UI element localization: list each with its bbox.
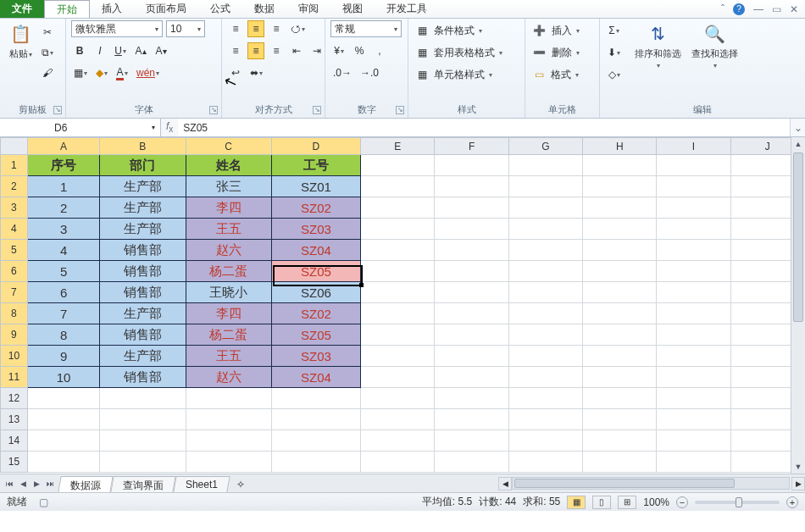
- menu-tab-1[interactable]: 插入: [90, 0, 134, 18]
- row-header[interactable]: 3: [1, 197, 28, 219]
- data-cell[interactable]: 9: [27, 346, 99, 367]
- vertical-scrollbar[interactable]: ▲ ▼: [791, 137, 805, 474]
- scroll-down-icon[interactable]: ▼: [791, 460, 805, 474]
- data-cell[interactable]: 赵六: [186, 240, 271, 261]
- row-header[interactable]: 15: [1, 452, 28, 473]
- view-normal-icon[interactable]: ▦: [567, 496, 586, 509]
- row-header[interactable]: 1: [1, 155, 28, 176]
- data-cell[interactable]: 10: [27, 367, 99, 388]
- find-select-button[interactable]: 🔍 查找和选择▾: [688, 20, 741, 71]
- grow-font-icon[interactable]: A▴: [132, 42, 149, 59]
- row-header[interactable]: 14: [1, 430, 28, 452]
- data-cell[interactable]: 3: [27, 219, 99, 240]
- bold-icon[interactable]: B: [71, 42, 88, 59]
- formula-expand-icon[interactable]: ⌄: [790, 119, 805, 136]
- help-icon[interactable]: ?: [733, 3, 745, 15]
- menu-tab-5[interactable]: 审阅: [286, 0, 330, 18]
- col-header-G[interactable]: G: [508, 138, 582, 155]
- data-cell[interactable]: SZ05: [271, 324, 360, 346]
- sheet-tab[interactable]: 查询界面: [110, 476, 175, 492]
- sort-filter-button[interactable]: ⇅ 排序和筛选▾: [631, 20, 685, 71]
- data-cell[interactable]: SZ04: [271, 367, 360, 388]
- fill-color-icon[interactable]: ◆▾: [93, 64, 110, 81]
- data-cell[interactable]: 李四: [186, 197, 271, 219]
- data-cell[interactable]: 4: [27, 240, 99, 261]
- data-cell[interactable]: 李四: [186, 303, 271, 324]
- borders-icon[interactable]: ▦▾: [71, 64, 90, 81]
- data-cell[interactable]: 生产部: [100, 176, 186, 197]
- menu-tab-0[interactable]: 开始: [44, 0, 90, 18]
- data-cell[interactable]: 生产部: [100, 197, 186, 219]
- underline-icon[interactable]: U▾: [112, 42, 129, 59]
- data-cell[interactable]: 2: [27, 197, 99, 219]
- data-cell[interactable]: 销售部: [100, 240, 186, 261]
- font-launcher[interactable]: ↘: [209, 106, 218, 114]
- row-header[interactable]: 4: [1, 219, 28, 240]
- font-name-combo[interactable]: 微软雅黑▾: [71, 20, 163, 37]
- tab-prev-icon[interactable]: ◀: [17, 478, 29, 490]
- cell-style-button[interactable]: ▦单元格样式▾: [414, 66, 519, 83]
- row-header[interactable]: 10: [1, 346, 28, 367]
- clear-icon[interactable]: ◇▾: [605, 66, 623, 83]
- number-format-combo[interactable]: 常规▾: [330, 20, 402, 37]
- align-top-icon[interactable]: ≡: [227, 20, 244, 37]
- shrink-font-icon[interactable]: A▾: [153, 42, 169, 59]
- row-header[interactable]: 6: [1, 261, 28, 282]
- zoom-slider[interactable]: [695, 501, 780, 504]
- zoom-in-icon[interactable]: +: [786, 496, 798, 508]
- select-all-corner[interactable]: [1, 138, 28, 155]
- data-cell[interactable]: 张三: [186, 176, 271, 197]
- sheet-tab[interactable]: Sheet1: [173, 476, 230, 492]
- data-cell[interactable]: 销售部: [100, 367, 186, 388]
- menu-tab-4[interactable]: 数据: [242, 0, 286, 18]
- data-cell[interactable]: 销售部: [100, 261, 186, 282]
- menu-tab-6[interactable]: 视图: [330, 0, 375, 18]
- table-header-cell[interactable]: 工号: [271, 155, 360, 176]
- horizontal-scrollbar[interactable]: [512, 477, 790, 490]
- window-restore-icon[interactable]: ▭: [772, 3, 781, 15]
- data-cell[interactable]: 8: [27, 324, 99, 346]
- merge-cells-icon[interactable]: ⬌▾: [247, 64, 265, 81]
- paste-button[interactable]: 📋 粘贴▾: [5, 20, 36, 62]
- view-page-icon[interactable]: ▯: [592, 496, 611, 509]
- hscroll-right-icon[interactable]: ▶: [791, 477, 805, 490]
- decrease-decimal-icon[interactable]: →.0: [358, 64, 381, 81]
- tab-first-icon[interactable]: ⏮: [3, 478, 15, 490]
- autosum-icon[interactable]: Σ▾: [605, 22, 623, 39]
- view-break-icon[interactable]: ⊞: [618, 496, 636, 509]
- menu-tab-7[interactable]: 开发工具: [375, 0, 439, 18]
- hscroll-left-icon[interactable]: ◀: [498, 477, 512, 490]
- data-cell[interactable]: 1: [27, 176, 99, 197]
- fx-icon[interactable]: fx: [166, 120, 173, 134]
- ribbon-minimize-icon[interactable]: ˆ: [721, 3, 724, 15]
- align-launcher[interactable]: ↘: [313, 106, 321, 114]
- cut-icon[interactable]: ✂: [39, 24, 56, 41]
- menu-tab-3[interactable]: 公式: [198, 0, 242, 18]
- row-header[interactable]: 13: [1, 409, 28, 430]
- align-bottom-icon[interactable]: ≡: [268, 20, 285, 37]
- zoom-level[interactable]: 100%: [643, 496, 669, 508]
- data-cell[interactable]: 6: [27, 282, 99, 303]
- new-sheet-icon[interactable]: ✧: [232, 476, 249, 493]
- data-cell[interactable]: 生产部: [100, 346, 186, 367]
- zoom-out-icon[interactable]: −: [676, 496, 688, 508]
- window-close-icon[interactable]: ✕: [790, 3, 798, 15]
- comma-icon[interactable]: ,: [371, 42, 388, 59]
- col-header-F[interactable]: F: [435, 138, 508, 155]
- sheet-tab[interactable]: 数据源: [58, 476, 113, 492]
- data-cell[interactable]: SZ05: [271, 261, 360, 282]
- accounting-icon[interactable]: ¥▾: [330, 42, 347, 59]
- format-cells-button[interactable]: ▭格式▾: [530, 66, 594, 83]
- tab-last-icon[interactable]: ⏭: [44, 478, 56, 490]
- row-header[interactable]: 9: [1, 324, 28, 346]
- data-cell[interactable]: 5: [27, 261, 99, 282]
- col-header-H[interactable]: H: [583, 138, 657, 155]
- font-size-combo[interactable]: 10▾: [166, 20, 205, 37]
- window-minimize-icon[interactable]: —: [753, 3, 763, 15]
- scroll-thumb[interactable]: [793, 152, 803, 322]
- insert-cells-button[interactable]: ➕插入▾: [530, 22, 594, 39]
- col-header-E[interactable]: E: [361, 138, 435, 155]
- scroll-up-icon[interactable]: ▲: [791, 137, 805, 151]
- data-cell[interactable]: 王五: [186, 219, 271, 240]
- table-header-cell[interactable]: 序号: [27, 155, 99, 176]
